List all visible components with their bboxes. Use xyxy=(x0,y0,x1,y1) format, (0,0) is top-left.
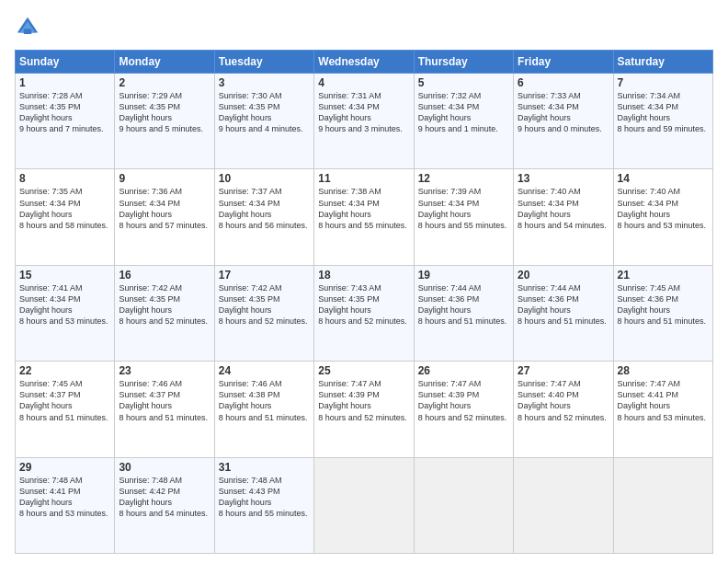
calendar-cell: 22 Sunrise: 7:45 AM Sunset: 4:37 PM Dayl… xyxy=(16,362,115,457)
day-info: Sunrise: 7:36 AM Sunset: 4:34 PM Dayligh… xyxy=(119,186,210,231)
calendar-cell: 17 Sunrise: 7:42 AM Sunset: 4:35 PM Dayl… xyxy=(214,265,313,361)
day-number: 2 xyxy=(119,76,210,89)
day-number: 5 xyxy=(418,76,509,89)
day-info: Sunrise: 7:30 AM Sunset: 4:35 PM Dayligh… xyxy=(219,90,310,135)
calendar-cell: 24 Sunrise: 7:46 AM Sunset: 4:38 PM Dayl… xyxy=(214,362,313,457)
weekday-header-thursday: Thursday xyxy=(414,51,513,74)
weekday-header-row: SundayMondayTuesdayWednesdayThursdayFrid… xyxy=(16,51,713,74)
week-row-2: 8 Sunrise: 7:35 AM Sunset: 4:34 PM Dayli… xyxy=(16,169,713,265)
day-number: 10 xyxy=(219,172,310,185)
calendar-cell: 9 Sunrise: 7:36 AM Sunset: 4:34 PM Dayli… xyxy=(115,169,214,265)
day-number: 20 xyxy=(518,269,609,282)
calendar-cell: 21 Sunrise: 7:45 AM Sunset: 4:36 PM Dayl… xyxy=(613,265,712,361)
weekday-header-tuesday: Tuesday xyxy=(214,51,313,74)
day-info: Sunrise: 7:45 AM Sunset: 4:36 PM Dayligh… xyxy=(618,282,709,327)
day-number: 9 xyxy=(119,172,210,185)
calendar: SundayMondayTuesdayWednesdayThursdayFrid… xyxy=(15,50,713,554)
day-info: Sunrise: 7:45 AM Sunset: 4:37 PM Dayligh… xyxy=(19,378,110,423)
day-number: 24 xyxy=(219,364,310,377)
day-number: 22 xyxy=(19,364,110,377)
calendar-cell: 23 Sunrise: 7:46 AM Sunset: 4:37 PM Dayl… xyxy=(115,362,214,457)
day-number: 29 xyxy=(19,461,110,474)
day-number: 1 xyxy=(19,76,110,89)
calendar-cell: 26 Sunrise: 7:47 AM Sunset: 4:39 PM Dayl… xyxy=(414,362,513,457)
calendar-cell xyxy=(314,457,414,553)
day-info: Sunrise: 7:33 AM Sunset: 4:34 PM Dayligh… xyxy=(518,90,609,135)
day-info: Sunrise: 7:43 AM Sunset: 4:35 PM Dayligh… xyxy=(318,282,409,327)
calendar-cell: 28 Sunrise: 7:47 AM Sunset: 4:41 PM Dayl… xyxy=(613,362,712,457)
calendar-cell: 31 Sunrise: 7:48 AM Sunset: 4:43 PM Dayl… xyxy=(214,457,313,553)
day-number: 13 xyxy=(518,172,609,185)
weekday-header-monday: Monday xyxy=(115,51,214,74)
day-info: Sunrise: 7:44 AM Sunset: 4:36 PM Dayligh… xyxy=(518,282,609,327)
calendar-cell: 4 Sunrise: 7:31 AM Sunset: 4:34 PM Dayli… xyxy=(314,74,414,169)
calendar-cell: 12 Sunrise: 7:39 AM Sunset: 4:34 PM Dayl… xyxy=(414,169,513,265)
day-number: 15 xyxy=(19,269,110,282)
day-info: Sunrise: 7:31 AM Sunset: 4:34 PM Dayligh… xyxy=(318,90,409,135)
day-number: 12 xyxy=(418,172,509,185)
day-info: Sunrise: 7:37 AM Sunset: 4:34 PM Dayligh… xyxy=(219,186,310,231)
week-row-4: 22 Sunrise: 7:45 AM Sunset: 4:37 PM Dayl… xyxy=(16,362,713,457)
day-number: 28 xyxy=(618,364,709,377)
weekday-header-friday: Friday xyxy=(514,51,613,74)
day-info: Sunrise: 7:28 AM Sunset: 4:35 PM Dayligh… xyxy=(19,90,110,135)
day-info: Sunrise: 7:44 AM Sunset: 4:36 PM Dayligh… xyxy=(418,282,509,327)
day-number: 19 xyxy=(418,269,509,282)
page: SundayMondayTuesdayWednesdayThursdayFrid… xyxy=(0,0,728,563)
calendar-cell xyxy=(514,457,613,553)
day-info: Sunrise: 7:40 AM Sunset: 4:34 PM Dayligh… xyxy=(618,186,709,231)
calendar-cell: 18 Sunrise: 7:43 AM Sunset: 4:35 PM Dayl… xyxy=(314,265,414,361)
logo-icon xyxy=(15,15,40,40)
calendar-cell: 11 Sunrise: 7:38 AM Sunset: 4:34 PM Dayl… xyxy=(314,169,414,265)
day-number: 31 xyxy=(219,461,310,474)
logo xyxy=(15,15,44,40)
weekday-header-saturday: Saturday xyxy=(613,51,712,74)
day-number: 27 xyxy=(518,364,609,377)
calendar-cell: 29 Sunrise: 7:48 AM Sunset: 4:41 PM Dayl… xyxy=(16,457,115,553)
weekday-header-sunday: Sunday xyxy=(16,51,115,74)
calendar-cell: 2 Sunrise: 7:29 AM Sunset: 4:35 PM Dayli… xyxy=(115,74,214,169)
calendar-cell: 13 Sunrise: 7:40 AM Sunset: 4:34 PM Dayl… xyxy=(514,169,613,265)
day-info: Sunrise: 7:41 AM Sunset: 4:34 PM Dayligh… xyxy=(19,282,110,327)
weekday-header-wednesday: Wednesday xyxy=(314,51,414,74)
day-number: 23 xyxy=(119,364,210,377)
calendar-cell: 7 Sunrise: 7:34 AM Sunset: 4:34 PM Dayli… xyxy=(613,74,712,169)
calendar-cell: 20 Sunrise: 7:44 AM Sunset: 4:36 PM Dayl… xyxy=(514,265,613,361)
calendar-cell: 5 Sunrise: 7:32 AM Sunset: 4:34 PM Dayli… xyxy=(414,74,513,169)
calendar-cell: 25 Sunrise: 7:47 AM Sunset: 4:39 PM Dayl… xyxy=(314,362,414,457)
calendar-cell: 15 Sunrise: 7:41 AM Sunset: 4:34 PM Dayl… xyxy=(16,265,115,361)
day-number: 14 xyxy=(618,172,709,185)
calendar-cell: 14 Sunrise: 7:40 AM Sunset: 4:34 PM Dayl… xyxy=(613,169,712,265)
calendar-cell: 3 Sunrise: 7:30 AM Sunset: 4:35 PM Dayli… xyxy=(214,74,313,169)
day-number: 7 xyxy=(618,76,709,89)
day-info: Sunrise: 7:47 AM Sunset: 4:39 PM Dayligh… xyxy=(318,378,409,423)
week-row-5: 29 Sunrise: 7:48 AM Sunset: 4:41 PM Dayl… xyxy=(16,457,713,553)
day-number: 6 xyxy=(518,76,609,89)
calendar-cell: 6 Sunrise: 7:33 AM Sunset: 4:34 PM Dayli… xyxy=(514,74,613,169)
calendar-cell: 16 Sunrise: 7:42 AM Sunset: 4:35 PM Dayl… xyxy=(115,265,214,361)
calendar-cell: 30 Sunrise: 7:48 AM Sunset: 4:42 PM Dayl… xyxy=(115,457,214,553)
day-info: Sunrise: 7:40 AM Sunset: 4:34 PM Dayligh… xyxy=(518,186,609,231)
day-info: Sunrise: 7:48 AM Sunset: 4:43 PM Dayligh… xyxy=(219,475,310,520)
day-number: 17 xyxy=(219,269,310,282)
day-info: Sunrise: 7:47 AM Sunset: 4:39 PM Dayligh… xyxy=(418,378,509,423)
svg-rect-2 xyxy=(24,29,31,34)
day-info: Sunrise: 7:35 AM Sunset: 4:34 PM Dayligh… xyxy=(19,186,110,231)
day-info: Sunrise: 7:39 AM Sunset: 4:34 PM Dayligh… xyxy=(418,186,509,231)
day-info: Sunrise: 7:42 AM Sunset: 4:35 PM Dayligh… xyxy=(219,282,310,327)
day-info: Sunrise: 7:47 AM Sunset: 4:40 PM Dayligh… xyxy=(518,378,609,423)
day-number: 18 xyxy=(318,269,409,282)
calendar-cell: 19 Sunrise: 7:44 AM Sunset: 4:36 PM Dayl… xyxy=(414,265,513,361)
day-number: 3 xyxy=(219,76,310,89)
calendar-cell: 1 Sunrise: 7:28 AM Sunset: 4:35 PM Dayli… xyxy=(16,74,115,169)
header xyxy=(15,15,713,40)
day-number: 16 xyxy=(119,269,210,282)
calendar-cell: 8 Sunrise: 7:35 AM Sunset: 4:34 PM Dayli… xyxy=(16,169,115,265)
day-info: Sunrise: 7:42 AM Sunset: 4:35 PM Dayligh… xyxy=(119,282,210,327)
week-row-1: 1 Sunrise: 7:28 AM Sunset: 4:35 PM Dayli… xyxy=(16,74,713,169)
day-number: 21 xyxy=(618,269,709,282)
day-info: Sunrise: 7:38 AM Sunset: 4:34 PM Dayligh… xyxy=(318,186,409,231)
day-info: Sunrise: 7:47 AM Sunset: 4:41 PM Dayligh… xyxy=(618,378,709,423)
day-info: Sunrise: 7:29 AM Sunset: 4:35 PM Dayligh… xyxy=(119,90,210,135)
day-info: Sunrise: 7:32 AM Sunset: 4:34 PM Dayligh… xyxy=(418,90,509,135)
